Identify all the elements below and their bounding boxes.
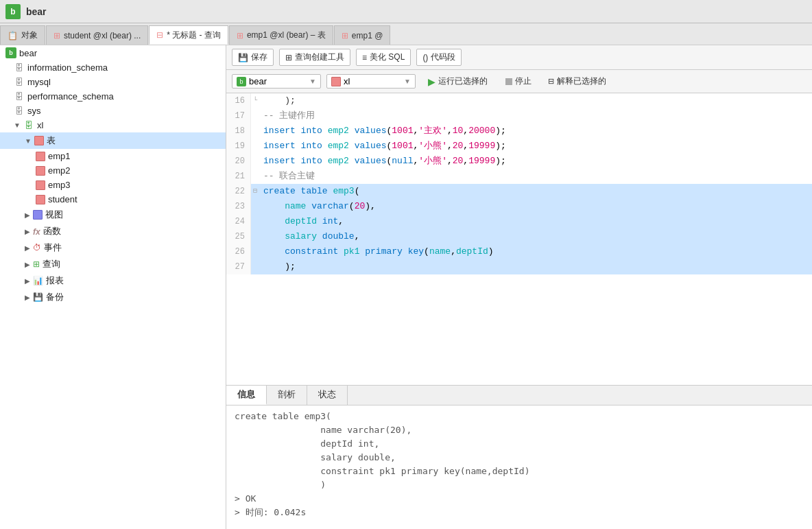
bottom-tabs: 信息 剖析 状态: [226, 385, 812, 405]
line-content-21: -- 联合主键: [259, 169, 812, 184]
line-num-22: 22: [226, 184, 251, 199]
bear-select-icon: b: [237, 77, 246, 86]
tab-student-label: student @xl (bear) ...: [64, 31, 141, 40]
sidebar-item-bear[interactable]: b bear: [0, 45, 226, 60]
line-indicator-16: └: [251, 93, 259, 108]
query-build-label: 查询创建工具: [295, 51, 344, 63]
line-num-25: 25: [226, 229, 251, 244]
tables-folder-icon: [34, 136, 44, 145]
sidebar-label-information-schema: information_schema: [27, 62, 108, 73]
line-content-22: create table emp3(: [259, 184, 812, 199]
code-line-23: 23 name varchar(20),: [226, 199, 812, 214]
db1-value: bear: [249, 76, 267, 86]
line-num-20: 20: [226, 154, 251, 169]
explain-button[interactable]: ⊟ 解释已选择的: [542, 73, 612, 89]
code-block-label: 代码段: [431, 51, 455, 63]
code-block-button[interactable]: () 代码段: [416, 49, 462, 66]
line-num-19: 19: [226, 139, 251, 154]
sidebar-label-events: 事件: [44, 242, 62, 254]
line-content-25: salary double,: [259, 229, 812, 244]
tab-profile[interactable]: 剖析: [267, 386, 307, 405]
chevron-right-icon-funcs: ▶: [25, 228, 30, 235]
query-build-icon: ⊞: [285, 53, 292, 62]
chevron-down-icon: ▼: [14, 121, 21, 129]
beautify-button[interactable]: ≡ 美化 SQL: [356, 49, 411, 66]
sidebar-item-mysql[interactable]: 🗄 mysql: [0, 75, 226, 89]
sidebar-item-funcs[interactable]: ▶ fx 函数: [0, 223, 226, 239]
tab-emp1-2[interactable]: ⊞ emp1 @: [334, 25, 391, 45]
sidebar-item-student[interactable]: student: [0, 192, 226, 207]
code-line-27: 27 );: [226, 259, 812, 274]
chevron-right-icon-backup: ▶: [25, 294, 30, 301]
chevron-right-icon-events: ▶: [25, 244, 30, 252]
db-icon-3: 🗄: [14, 92, 25, 102]
line-num-27: 27: [226, 259, 251, 274]
db-icon-xl: 🗄: [23, 121, 34, 130]
line-content-16: );: [259, 93, 812, 108]
tab-emp1-table[interactable]: ⊞ emp1 @xl (bear) – 表: [229, 25, 333, 45]
sidebar-item-tables[interactable]: ▼ 表: [0, 132, 226, 149]
tab-object-label: 对象: [21, 30, 38, 41]
run-triangle-icon: ▶: [428, 76, 435, 87]
sidebar-label-emp3: emp3: [48, 180, 71, 190]
title-bar: b bear: [0, 0, 812, 23]
db1-caret-icon: ▼: [309, 78, 316, 85]
sidebar-item-emp2[interactable]: emp2: [0, 163, 226, 178]
sidebar-item-performance-schema[interactable]: 🗄 performance_schema: [0, 89, 226, 104]
db2-select[interactable]: xl ▼: [326, 74, 416, 89]
sidebar-item-emp3[interactable]: emp3: [0, 178, 226, 192]
tab-info[interactable]: 信息: [226, 386, 267, 405]
func-icon: fx: [33, 226, 40, 237]
db-icon-4: 🗄: [14, 106, 25, 116]
db2-caret-icon: ▼: [404, 78, 411, 85]
sidebar: b bear 🗄 information_schema 🗄 mysql 🗄 pe…: [0, 45, 226, 529]
sidebar-item-sys[interactable]: 🗄 sys: [0, 104, 226, 118]
code-editor[interactable]: 16 └ ); 17 -- 主键作用 18 insert into emp2 v…: [226, 93, 812, 385]
line-num-17: 17: [226, 108, 251, 124]
explain-label: 解释已选择的: [557, 75, 606, 87]
code-line-20: 20 insert into emp2 values(null,'小熊',20,…: [226, 154, 812, 169]
tab-untitled[interactable]: ⊟ * 无标题 - 查询: [149, 25, 228, 45]
code-line-17: 17 -- 主键作用: [226, 108, 812, 124]
sidebar-label-reports: 报表: [46, 274, 64, 287]
sidebar-label-emp2: emp2: [48, 165, 71, 176]
table-icon-emp2-side: [36, 166, 45, 176]
sidebar-label-funcs: 函数: [43, 225, 61, 237]
tab-emp1-label: emp1 @xl (bear) – 表: [247, 30, 326, 41]
tab-object[interactable]: 📋 对象: [0, 25, 45, 45]
db-icon-1: 🗄: [14, 63, 25, 73]
sidebar-label-emp1: emp1: [48, 151, 71, 161]
chevron-right-icon-queries: ▶: [25, 261, 30, 268]
sidebar-item-emp1[interactable]: emp1: [0, 149, 226, 163]
sidebar-item-information-schema[interactable]: 🗄 information_schema: [0, 60, 226, 75]
code-line-19: 19 insert into emp2 values(1001,'小熊',20,…: [226, 139, 812, 154]
sidebar-label-mysql: mysql: [27, 77, 51, 87]
sidebar-item-views[interactable]: ▶ 视图: [0, 207, 226, 223]
tab-status[interactable]: 状态: [307, 386, 348, 405]
sidebar-item-xl[interactable]: ▼ 🗄 xl: [0, 118, 226, 132]
stop-button[interactable]: 停止: [500, 73, 537, 89]
sidebar-item-events[interactable]: ▶ ⏱ 事件: [0, 239, 226, 256]
db1-select[interactable]: b bear ▼: [232, 74, 321, 89]
tab-student[interactable]: ⊞ student @xl (bear) ...: [46, 25, 148, 45]
save-button[interactable]: 💾 保存: [232, 49, 274, 66]
query-build-button[interactable]: ⊞ 查询创建工具: [279, 49, 350, 66]
sidebar-item-queries[interactable]: ▶ ⊞ 查询: [0, 256, 226, 272]
sidebar-item-backup[interactable]: ▶ 💾 备份: [0, 289, 226, 305]
line-content-26: constraint pk1 primary key(name,deptId): [259, 244, 812, 259]
code-line-21: 21 -- 联合主键: [226, 169, 812, 184]
report-icon: 📊: [33, 276, 43, 285]
line-content-23: name varchar(20),: [259, 199, 812, 214]
object-icon: 📋: [8, 31, 18, 40]
run-button[interactable]: ▶ 运行已选择的: [421, 73, 494, 89]
code-icon: (): [422, 53, 428, 62]
sidebar-item-reports[interactable]: ▶ 📊 报表: [0, 272, 226, 289]
event-icon: ⏱: [33, 243, 41, 252]
stop-square-icon: [505, 78, 512, 85]
code-line-26: 26 constraint pk1 primary key(name,deptI…: [226, 244, 812, 259]
tab-bar: 📋 对象 ⊞ student @xl (bear) ... ⊟ * 无标题 - …: [0, 23, 812, 45]
right-panel: 💾 保存 ⊞ 查询创建工具 ≡ 美化 SQL () 代码段 b bear ▼: [226, 45, 812, 529]
code-line-24: 24 deptId int,: [226, 214, 812, 229]
explain-icon: ⊟: [548, 77, 554, 86]
line-content-19: insert into emp2 values(1001,'小熊',20,199…: [259, 139, 812, 154]
